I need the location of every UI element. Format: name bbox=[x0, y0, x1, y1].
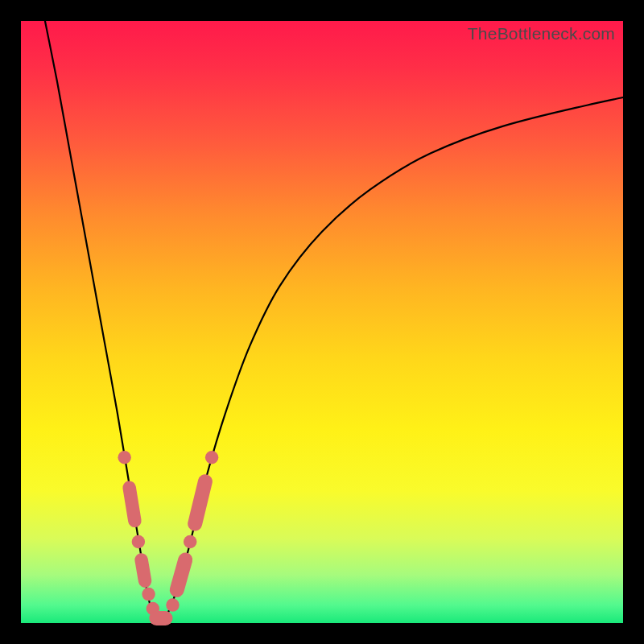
chart-frame: TheBottleneck.com bbox=[21, 21, 623, 623]
svg-point-7 bbox=[166, 598, 179, 611]
svg-point-11 bbox=[205, 451, 218, 464]
bottleneck-plot bbox=[21, 21, 623, 623]
svg-line-3 bbox=[142, 559, 145, 580]
svg-line-10 bbox=[195, 481, 205, 523]
svg-line-1 bbox=[130, 488, 135, 521]
svg-line-8 bbox=[177, 559, 185, 589]
bottleneck-curve bbox=[45, 21, 623, 623]
svg-point-0 bbox=[118, 451, 130, 464]
svg-point-2 bbox=[132, 535, 145, 548]
curve-markers bbox=[118, 451, 218, 618]
svg-point-4 bbox=[142, 588, 155, 601]
svg-point-9 bbox=[184, 535, 196, 548]
